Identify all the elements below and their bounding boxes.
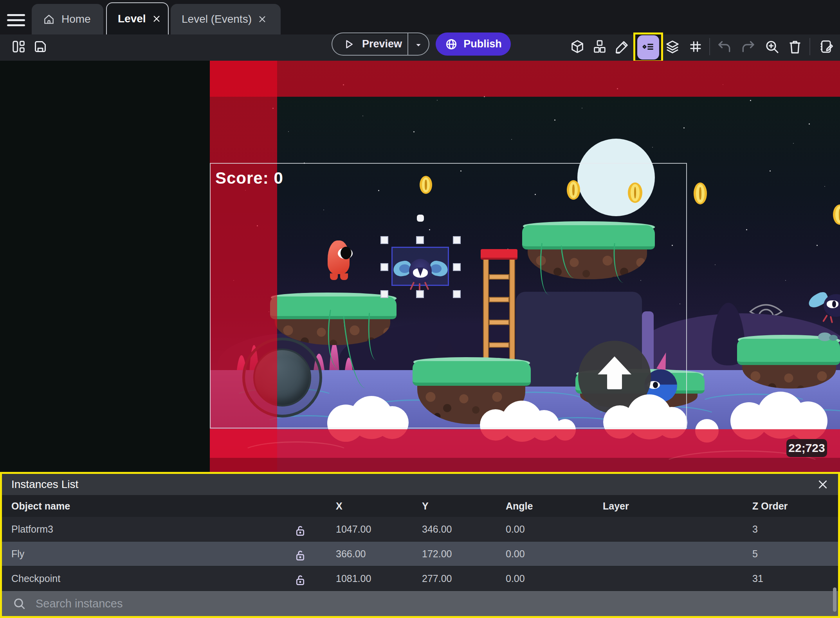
table-row-selected[interactable]: Fly 366.00 172.00 0.00 5 [2,542,838,566]
publish-label: Publish [463,38,502,50]
cell-z-order: 31 [752,573,763,584]
trash-icon[interactable] [786,38,804,55]
cell-z-order: 3 [752,524,758,535]
resize-handle-ne[interactable] [453,236,461,244]
leg [830,316,833,323]
tab-level-events[interactable]: Level (Events) [171,4,281,34]
undo-icon[interactable] [716,38,734,55]
cell-angle: 0.00 [506,524,525,535]
object-cube-icon[interactable] [569,38,586,55]
cell-y: 277.00 [422,573,452,584]
column-layer: Layer [603,501,629,512]
globe-icon [445,38,458,51]
layers-icon[interactable] [664,38,681,55]
cell-angle: 0.00 [506,548,525,560]
scrollbar-thumb[interactable] [833,587,836,612]
play-icon [342,38,355,51]
resize-handle-sw[interactable] [380,290,388,298]
leg [822,314,828,322]
column-z-order: Z Order [752,501,788,512]
save-icon[interactable] [32,38,49,55]
wing-inner [431,264,442,273]
cell-object-name: Checkpoint [11,573,60,584]
scene-editor-canvas[interactable]: Score: 0 22;723 [0,61,840,472]
column-angle: Angle [506,501,533,512]
layout-panels-icon[interactable] [10,38,27,55]
cell-y: 346.00 [422,524,452,535]
search-icon [12,596,26,611]
tab-home[interactable]: Home [32,4,103,34]
instances-list-highlight [633,33,663,62]
table-header-row: Object name X Y Angle Layer Z Order [2,495,838,517]
cell-x: 366.00 [336,548,366,560]
divider [809,38,810,55]
lock-open-icon[interactable] [293,573,307,589]
eye-notch [417,267,424,276]
grid-icon[interactable] [687,38,704,55]
cursor-coordinates-badge: 22;723 [786,439,827,457]
cell-angle: 0.00 [506,573,525,584]
preview-options-caret-icon[interactable] [413,40,424,52]
lock-open-icon[interactable] [293,548,307,565]
cell-y: 172.00 [422,548,452,560]
column-object-name: Object name [11,501,70,512]
search-bar [2,591,838,616]
panel-title: Instances List [11,478,78,491]
objects-group-icon[interactable] [591,38,608,55]
resize-handle-n[interactable] [416,236,424,244]
preview-label: Preview [362,38,402,50]
panel-titlebar: Instances List [2,474,838,495]
coin-instance[interactable] [694,183,707,204]
pupil [832,301,836,307]
divider [407,33,408,55]
edit-pen-icon[interactable] [614,38,631,55]
lock-open-icon[interactable] [293,524,307,540]
search-input[interactable] [35,597,387,611]
table-row[interactable]: Platform3 1047.00 346.00 0.00 3 [2,517,838,542]
game-window-frame [210,163,687,428]
main-menu-icon[interactable] [7,14,25,27]
instances-list-icon[interactable] [637,35,659,60]
gdevelop-editor-window: Home Level Level (Events) Preview Publis… [0,0,840,618]
resize-handle-se[interactable] [453,290,461,298]
top-tab-bar: Home Level Level (Events) [0,0,840,34]
rotation-handle[interactable] [417,215,424,222]
tab-level[interactable]: Level [106,2,169,34]
resize-handle-nw[interactable] [380,236,388,244]
table-row[interactable]: Checkpoint 1081.00 277.00 0.00 31 [2,566,838,591]
edit-scene-properties-icon[interactable] [818,38,835,55]
close-icon[interactable] [258,15,267,23]
resize-handle-w[interactable] [380,263,388,271]
level-scene: Score: 0 22;723 [210,61,840,472]
close-icon[interactable] [152,14,161,23]
resize-handle-e[interactable] [453,263,461,271]
divider [709,38,710,55]
coin-instance[interactable] [833,204,840,225]
redo-icon[interactable] [739,38,756,55]
cell-x: 1081.00 [336,573,371,584]
instances-list-panel: Instances List Object name X Y Angle Lay… [0,472,840,618]
tab-level-label: Level [118,13,146,25]
publish-button[interactable]: Publish [436,33,511,56]
wing-inner [399,264,410,273]
cell-x: 1047.00 [336,524,371,535]
out-of-bounds-top-overlay [210,61,840,97]
resize-handle-s[interactable] [416,290,424,298]
rock [829,335,838,341]
cell-z-order: 5 [752,548,758,560]
zoom-in-icon[interactable] [763,38,781,55]
column-y: Y [422,501,429,512]
tab-level-events-label: Level (Events) [182,13,252,25]
ground-contour [241,441,351,465]
tab-home-label: Home [61,13,91,25]
cell-object-name: Platform3 [11,524,53,535]
home-icon [43,13,55,25]
close-icon[interactable] [817,479,829,490]
preview-button[interactable]: Preview [332,33,429,56]
cell-object-name: Fly [11,548,24,560]
column-x: X [336,501,342,512]
